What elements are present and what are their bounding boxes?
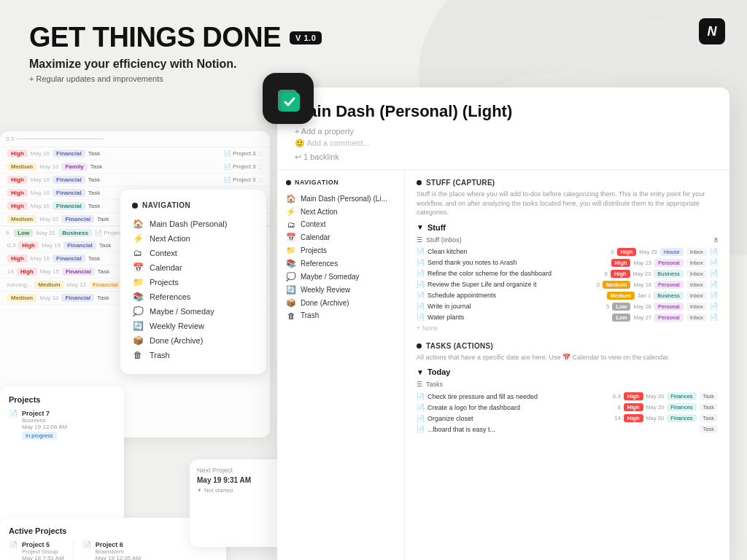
version-badge: V 1.0 [290, 31, 322, 44]
nav-item-label: Main Dash (Personal) [150, 219, 227, 228]
nav-item-trash[interactable]: 🗑 Trash [132, 348, 255, 362]
next-project-card: Next Project May 19 9:31 AM ✦ Not starte… [190, 459, 285, 547]
dash-nav-item-archive[interactable]: 📦 Done (Archive) [286, 296, 395, 309]
dash-nav-item-main[interactable]: 🏠 Main Dash (Personal) (Li... [286, 192, 395, 205]
stuff-section-header: STUFF (CAPTURE) [417, 179, 718, 187]
tasks-description: All actions that have a specific date ar… [417, 353, 718, 362]
dash-left-nav: NAVIGATION 🏠 Main Dash (Personal) (Li...… [277, 170, 405, 560]
nav-item-next-action[interactable]: ⚡ Next Action [132, 231, 255, 246]
stuff-row: 📄 Refine the color scheme for the dashbo… [417, 268, 718, 279]
nav-item-context[interactable]: 🗂 Context [132, 246, 255, 260]
dash-nav-item-context[interactable]: 🗂 Context [286, 218, 395, 230]
dash-nav-item-calendar[interactable]: 📅 Calendar [286, 230, 395, 244]
stuff-row: 📄 Send thank you notes to Arash High May… [417, 257, 718, 268]
nav-item-projects[interactable]: 📁 Projects [132, 275, 255, 289]
tasks-sub-header: ☰ Tasks [417, 381, 718, 388]
nav-icon-trash: 🗑 [132, 350, 144, 360]
project-icon: 📄 [9, 541, 18, 549]
project-item: 📄 Project 6 Brainstorm May 19 12:05 AM N… [82, 541, 141, 560]
task-row: 📄 Create a logo for the dashboard 6 High… [417, 402, 718, 413]
stuff-description: Stuff is the place where you will add to… [417, 190, 718, 217]
dash-nav-item-maybe[interactable]: 💭 Maybe / Someday [286, 270, 395, 283]
nav-icon-references: 📚 [132, 292, 144, 302]
nav-item-weekly[interactable]: 🔄 Weekly Review [132, 319, 255, 333]
nav-item-label: Trash [150, 351, 170, 359]
dash-body: NAVIGATION 🏠 Main Dash (Personal) (Li...… [277, 170, 729, 560]
dash-nav-item-weekly[interactable]: 🔄 Weekly Review [286, 283, 395, 296]
nav-item-calendar[interactable]: 📅 Calendar [132, 260, 255, 275]
dash-content: STUFF (CAPTURE) Stuff is the place where… [405, 170, 729, 560]
projects-title: Projects [9, 395, 115, 404]
task-row: 📄 Organize closet 14 High May 20 Finance… [417, 413, 718, 424]
main-headline: GET THINGS DONE [29, 22, 281, 53]
dash-add-property[interactable]: + Add a property [295, 127, 712, 136]
dash-nav-icon-calendar: 📅 [286, 233, 296, 242]
table-row: Medium May 10 Family Task 📄 Project 3 □ [0, 160, 270, 174]
notion-logo: N [699, 18, 725, 44]
nav-item-label: Calendar [150, 263, 182, 272]
active-projects-title: Active Projects [9, 526, 217, 535]
nav-item-main-dash[interactable]: 🏠 Main Dash (Personal) [132, 217, 255, 231]
navigation-card-small: NAVIGATION 🏠 Main Dash (Personal) ⚡ Next… [120, 190, 266, 374]
hero-section: GET THINGS DONE V 1.0 Maximize your effi… [29, 22, 322, 83]
nav-icon-calendar: 📅 [132, 262, 144, 273]
nav-icon-archive: 📦 [132, 335, 144, 346]
dash-nav-icon-maybe: 💭 [286, 272, 296, 281]
stuff-row: 📄 Clean kitchen 0 High May 29 House Inbo… [417, 246, 718, 257]
dash-nav-icon-weekly: 🔄 [286, 285, 296, 295]
dash-nav-item-projects[interactable]: 📁 Projects [286, 244, 395, 257]
stuff-none-label[interactable]: + None [417, 323, 718, 333]
nav-item-label: Next Action [150, 234, 190, 243]
nav-item-label: Weekly Review [150, 322, 204, 330]
hero-title: GET THINGS DONE V 1.0 [29, 22, 322, 53]
task-row: 📄 Check tire pressure and fill as needed… [417, 391, 718, 402]
nav-header-label: NAVIGATION [142, 201, 190, 209]
nav-item-archive[interactable]: 📦 Done (Archive) [132, 333, 255, 348]
nav-icon-maybe: 💭 [132, 306, 144, 316]
main-dash-card: Main Dash (Personal) (Light) + Add a pro… [277, 88, 729, 560]
stuff-inbox-header: ☰ Stuff (Inbox) 8 [417, 236, 718, 244]
dash-nav-icon-trash: 🗑 [286, 311, 296, 320]
cards-area: 3.3 ───────────────────── High May 10 Fi… [0, 109, 747, 560]
stuff-row: 📄 Review the Super Life and organize it … [417, 279, 718, 290]
nav-icon-projects: 📁 [132, 277, 144, 287]
nav-item-references[interactable]: 📚 References [132, 289, 255, 304]
nav-dot [132, 203, 138, 209]
dash-nav-item-trash[interactable]: 🗑 Trash [286, 309, 395, 322]
nav-icon-weekly: 🔄 [132, 321, 144, 331]
dash-nav-icon-archive: 📦 [286, 298, 296, 308]
dash-nav-icon-references: 📚 [286, 259, 296, 268]
stuff-title: ▼ Stuff [417, 223, 718, 232]
stuff-header-label: STUFF (CAPTURE) [426, 179, 495, 187]
stuff-row-water-plants: 📄 Water plants Low May 27 Personal Inbox… [417, 312, 718, 323]
project-icon: 📄 [9, 410, 18, 418]
dash-comment: 🙂 Add a comment... [295, 139, 712, 148]
dash-title: Main Dash (Personal) (Light) [295, 102, 712, 121]
table-row: High May 10 Financial Task 📄 Project 3 □ [0, 174, 270, 187]
dash-header: Main Dash (Personal) (Light) + Add a pro… [277, 88, 729, 170]
next-proj-status: ✦ Not started [197, 487, 277, 494]
water-plants-label: Water plants [427, 314, 595, 321]
dash-nav-icon-next: ⚡ [286, 207, 296, 217]
dash-nav-icon-projects: 📁 [286, 246, 296, 255]
gtd-logo-svg [272, 82, 305, 115]
dash-nav-item-references[interactable]: 📚 References [286, 257, 395, 270]
tasks-header-label: TASKS (ACTIONS) [426, 342, 493, 350]
dash-backlink[interactable]: ↩ 1 backlink [295, 152, 712, 162]
nav-icon-next: ⚡ [132, 233, 144, 244]
dash-nav-item-next[interactable]: ⚡ Next Action [286, 205, 395, 218]
nav-icon-context: 🗂 [132, 248, 144, 258]
task-row: 📄 ...lboard that is easy t... Task [417, 424, 718, 435]
dash-nav-icon-home: 🏠 [286, 194, 296, 203]
nav-item-maybe[interactable]: 💭 Maybe / Someday [132, 304, 255, 319]
nav-item-label: References [150, 292, 190, 301]
hero-subtitle: Maximize your efficiency with Notion. [29, 58, 322, 71]
stuff-row: 📄 Write in journal 5 Low May 26 Personal… [417, 301, 718, 312]
hero-updates: Regular updates and improvements [29, 74, 322, 83]
project-item: 📄 Project 5 Project Group May 18 7:51 AM… [9, 541, 64, 560]
nav-header: NAVIGATION [132, 201, 255, 209]
nav-icon-home: 🏠 [132, 219, 144, 229]
today-header: ▼ Today [417, 368, 718, 376]
next-proj-label: Next Project [197, 467, 277, 474]
stuff-row: 📄 Schedule appointments Medium Jan 1 Bus… [417, 290, 718, 301]
